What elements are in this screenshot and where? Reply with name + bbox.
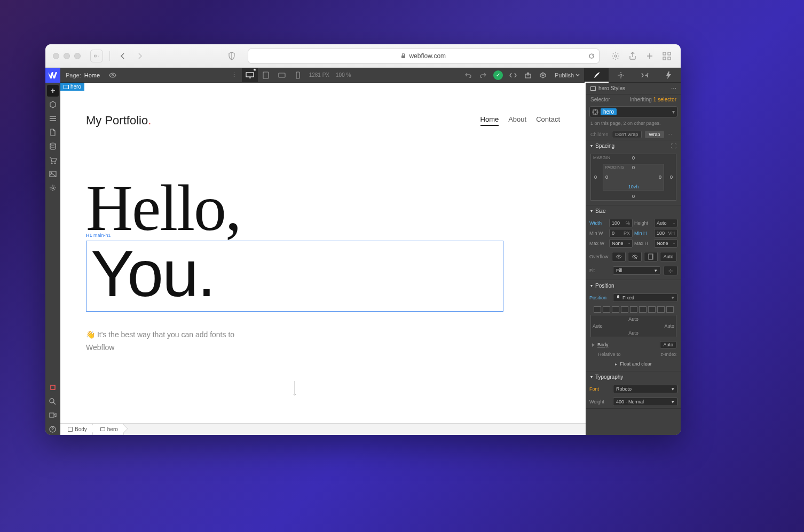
padding-left[interactable]: 0: [605, 174, 608, 180]
inset-top[interactable]: Auto: [628, 316, 639, 322]
stop-icon[interactable]: [47, 382, 59, 393]
minh-input[interactable]: 100VH: [654, 229, 677, 237]
close-window[interactable]: [53, 53, 59, 59]
device-mobile[interactable]: [290, 68, 306, 83]
settings-gear-icon[interactable]: [609, 50, 622, 62]
maxh-input[interactable]: None-: [654, 239, 677, 248]
chevron-down-icon[interactable]: ▾: [672, 109, 675, 115]
weight-select[interactable]: 400 - Normal▾: [613, 398, 677, 406]
anchor-bl[interactable]: [621, 306, 628, 313]
site-brand[interactable]: My Portfolio.: [86, 114, 151, 128]
inset-left[interactable]: Auto: [593, 323, 603, 329]
code-icon[interactable]: [506, 68, 521, 83]
fit-select[interactable]: Fill▾: [613, 266, 660, 275]
cms-icon[interactable]: [47, 140, 59, 152]
crumb-body[interactable]: Body: [60, 424, 93, 435]
section-head-spacing[interactable]: ▾Spacing⛶: [586, 140, 681, 152]
anchor-r[interactable]: [648, 306, 656, 313]
shield-icon[interactable]: [225, 50, 238, 62]
assets-icon[interactable]: [47, 168, 59, 180]
nav-home[interactable]: Home: [480, 115, 499, 126]
publish-button[interactable]: Publish: [550, 72, 584, 78]
font-select[interactable]: Roboto▾: [613, 385, 677, 393]
anchor-tl[interactable]: [603, 306, 610, 313]
new-tab-icon[interactable]: [643, 50, 656, 62]
fullscreen-icon[interactable]: ⛶: [671, 143, 676, 149]
device-desktop[interactable]: [242, 68, 258, 83]
tab-style[interactable]: [585, 68, 609, 83]
components-icon[interactable]: [47, 99, 59, 110]
help-icon[interactable]: [47, 423, 59, 435]
margin-left[interactable]: 0: [594, 174, 597, 180]
sidebar-toggle[interactable]: [90, 50, 103, 62]
section-head-typography[interactable]: ▾Typography: [586, 371, 681, 383]
export-icon[interactable]: [521, 68, 535, 83]
width-input[interactable]: 100%: [609, 219, 633, 227]
search-icon[interactable]: [47, 395, 59, 407]
margin-right[interactable]: 0: [670, 174, 673, 180]
drag-handle-icon[interactable]: ⋮: [227, 68, 242, 83]
ecommerce-icon[interactable]: [47, 154, 59, 166]
nav-back[interactable]: [116, 50, 129, 62]
device-tablet[interactable]: [258, 68, 274, 83]
inset-right[interactable]: Auto: [664, 323, 674, 329]
reload-icon[interactable]: [588, 53, 595, 59]
margin-top[interactable]: 0: [632, 155, 635, 161]
anchor-t[interactable]: [657, 306, 665, 313]
navigator-icon[interactable]: [47, 113, 59, 124]
nav-forward[interactable]: [133, 50, 146, 62]
video-icon[interactable]: [47, 409, 59, 421]
add-element-icon[interactable]: [47, 85, 59, 97]
hero-tagline[interactable]: 👋 It's the best way that you can add fon…: [86, 329, 560, 354]
status-ok-icon[interactable]: ✓: [493, 70, 503, 80]
relative-auto[interactable]: Auto: [660, 341, 676, 348]
selected-element-outline[interactable]: You.: [86, 241, 503, 312]
anchor-tr[interactable]: [612, 306, 619, 313]
position-select[interactable]: Fixed▾: [613, 293, 677, 302]
relative-body[interactable]: Body: [597, 342, 609, 347]
canvas[interactable]: hero My Portfolio. Home About Contact He…: [60, 83, 586, 423]
class-chip[interactable]: hero: [601, 108, 617, 115]
audit-icon[interactable]: [535, 68, 550, 83]
redo-icon[interactable]: [476, 68, 491, 83]
position-inset-editor[interactable]: Auto Auto Auto Auto: [590, 315, 676, 337]
padding-top[interactable]: 0: [632, 165, 635, 170]
tab-interactions[interactable]: [657, 68, 681, 83]
webflow-logo[interactable]: [45, 68, 60, 83]
wrap-option-wrap[interactable]: Wrap: [645, 131, 664, 138]
overflow-auto[interactable]: Auto: [660, 252, 677, 261]
tab-manager[interactable]: [633, 68, 657, 83]
overflow-scroll[interactable]: [644, 252, 658, 261]
tabs-overview-icon[interactable]: [660, 50, 673, 62]
settings-icon[interactable]: [47, 182, 59, 194]
inset-bottom[interactable]: Auto: [628, 330, 639, 336]
anchor-l[interactable]: [639, 306, 647, 313]
class-selector-input[interactable]: hero ▾: [589, 106, 677, 117]
page-selector[interactable]: Page: Home: [60, 72, 105, 78]
fit-position-icon[interactable]: ⊹: [664, 266, 677, 275]
anchor-br[interactable]: [630, 306, 637, 313]
anchor-b[interactable]: [666, 306, 674, 313]
overflow-hidden[interactable]: [628, 252, 642, 261]
section-head-size[interactable]: ▾Size: [586, 205, 681, 217]
hero-heading-line1[interactable]: Hello,: [86, 176, 560, 241]
nav-contact[interactable]: Contact: [536, 115, 560, 126]
selection-tag[interactable]: hero: [60, 83, 84, 91]
undo-icon[interactable]: [461, 68, 476, 83]
height-input[interactable]: Auto-: [654, 219, 677, 227]
wrap-option-nowrap[interactable]: Don't wrap: [612, 131, 642, 138]
preview-eye-icon[interactable]: [105, 68, 120, 83]
address-bar[interactable]: webflow.com: [248, 49, 600, 63]
minimize-window[interactable]: [64, 53, 70, 59]
padding-bottom[interactable]: 10vh: [628, 184, 639, 189]
more-icon[interactable]: ⋯: [671, 85, 676, 91]
section-head-position[interactable]: ▾Position: [586, 280, 681, 291]
margin-bottom[interactable]: 0: [632, 194, 635, 199]
anchor-full[interactable]: [594, 306, 601, 313]
spacing-editor[interactable]: MARGIN 0 0 0 0 PADDING 0 0 0 10vh: [590, 154, 676, 201]
crumb-hero[interactable]: hero: [93, 424, 124, 435]
device-tablet-landscape[interactable]: [274, 68, 290, 83]
pages-icon[interactable]: [47, 126, 59, 138]
float-clear-row[interactable]: ▸Float and clear: [586, 359, 681, 371]
maximize-window[interactable]: [74, 53, 81, 59]
